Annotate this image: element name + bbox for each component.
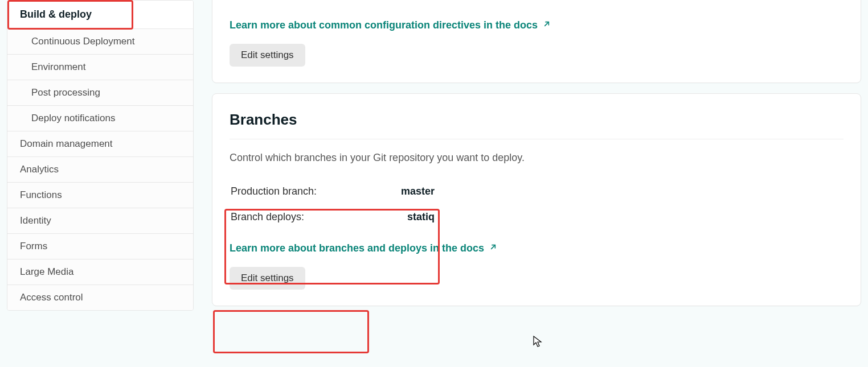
build-docs-link-text: Learn more about common configuration di… [230, 19, 538, 31]
svg-line-1 [492, 245, 496, 249]
branch-deploys-label: Branch deploys: [231, 211, 304, 223]
build-settings-row: Builds: Active [230, 0, 844, 9]
build-settings-value: Active [400, 0, 431, 2]
branches-docs-link[interactable]: Learn more about branches and deploys in… [230, 242, 498, 254]
build-settings-table: Builds: Active [230, 0, 844, 9]
sidebar-item-analytics[interactable]: Analytics [7, 157, 193, 183]
settings-main: Builds: Active Learn more about common c… [194, 0, 868, 367]
sidebar-subitem-deploy-notifications[interactable]: Deploy notifications [7, 106, 193, 131]
build-docs-link[interactable]: Learn more about common configuration di… [230, 19, 551, 31]
sidebar-item-functions[interactable]: Functions [7, 183, 193, 208]
edit-build-settings-button[interactable]: Edit settings [230, 44, 305, 67]
sidebar-item-access-control[interactable]: Access control [7, 285, 193, 310]
branches-title: Branches [230, 111, 844, 139]
production-branch-label: Production branch: [231, 185, 317, 197]
edit-branches-settings-button[interactable]: Edit settings [230, 267, 305, 290]
settings-sidebar: Build & deploy Continuous Deployment Env… [0, 0, 194, 367]
branches-table: Production branch: master Branch deploys… [230, 179, 436, 230]
sidebar-item-domain-management[interactable]: Domain management [7, 131, 193, 157]
sidebar-card: Build & deploy Continuous Deployment Env… [7, 0, 194, 311]
sidebar-item-build-deploy[interactable]: Build & deploy [7, 1, 193, 29]
sidebar-subitem-continuous-deployment[interactable]: Continuous Deployment [7, 29, 193, 55]
sidebar-item-large-media[interactable]: Large Media [7, 259, 193, 285]
external-link-icon [489, 242, 498, 254]
build-settings-card: Builds: Active Learn more about common c… [212, 0, 861, 83]
branches-docs-link-text: Learn more about branches and deploys in… [230, 242, 484, 254]
production-branch-value: master [401, 185, 435, 197]
production-branch-row: Production branch: master [230, 179, 436, 204]
sidebar-subitem-post-processing[interactable]: Post processing [7, 80, 193, 106]
external-link-icon [542, 19, 551, 31]
svg-line-0 [545, 22, 549, 26]
branches-card: Branches Control which branches in your … [212, 93, 861, 306]
build-settings-label: Builds: [230, 0, 400, 2]
sidebar-subitem-environment[interactable]: Environment [7, 55, 193, 80]
branch-deploys-row: Branch deploys: statiq [230, 204, 436, 230]
sidebar-item-identity[interactable]: Identity [7, 208, 193, 234]
sidebar-item-forms[interactable]: Forms [7, 234, 193, 259]
branches-description: Control which branches in your Git repos… [230, 152, 844, 164]
branch-deploys-value: statiq [407, 211, 435, 223]
